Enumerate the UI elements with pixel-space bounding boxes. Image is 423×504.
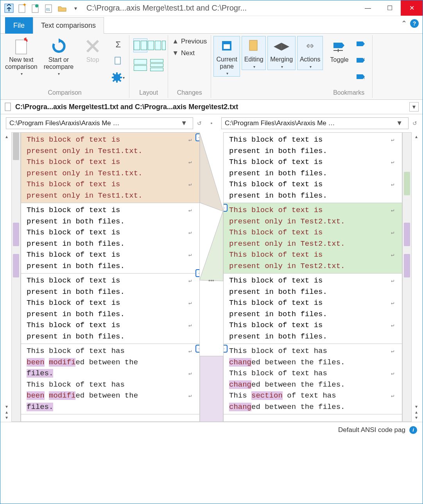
bookmark-down-icon[interactable]: ↓ — [354, 70, 368, 84]
merge-left-icon[interactable]: ← — [223, 345, 228, 353]
wrap-icon: ↵ — [391, 134, 398, 144]
layout-vertical-icon[interactable] — [133, 38, 147, 52]
right-file-path[interactable]: C:\Program Files\Araxis\Araxis Me …▼ — [221, 117, 409, 129]
group-changes: ▲Previous ▼Next Changes — [168, 35, 211, 98]
center-link-strip: ••• — [200, 132, 223, 422]
svg-text:↓: ↓ — [363, 76, 365, 80]
diff-line: This block of text is — [27, 320, 186, 331]
app-icon[interactable] — [4, 3, 14, 14]
stop-button: Stop — [77, 36, 108, 65]
toggle-bookmark-button[interactable]: Toggle — [328, 36, 351, 65]
diff-line: present in both files. — [229, 331, 398, 342]
doc-dropdown-icon[interactable]: ▼ — [409, 102, 419, 112]
diff-line: present in both files. — [27, 261, 195, 272]
bookmark-next-icon[interactable] — [354, 37, 368, 51]
document-header: C:\Progra...axis Merge\test1.txt and C:\… — [0, 100, 423, 114]
svg-rect-22 — [5, 103, 11, 111]
diff-line: This block of text is — [27, 249, 186, 261]
diff-block[interactable]: This block of text is↵present in both fi… — [21, 274, 199, 344]
scroll-up-icon[interactable]: ▴ — [415, 134, 418, 139]
collapse-ribbon-icon[interactable]: ⌃ — [401, 19, 407, 28]
diff-line: present in both files. — [229, 286, 398, 298]
open-folder-icon[interactable] — [57, 3, 68, 14]
right-overview-gutter[interactable] — [402, 132, 412, 422]
new-doc-icon[interactable]: ✦ — [17, 3, 28, 14]
history-left-icon[interactable]: ↺ — [197, 120, 202, 126]
diff-line: This block of text is — [27, 227, 186, 238]
new-text-comparison-button[interactable]: New text comparison▾ — [3, 36, 40, 77]
diff-block[interactable]: This block of text is↵present in both fi… — [224, 274, 402, 344]
layout-horizontal3-icon[interactable] — [150, 58, 164, 72]
wrap-icon: ↵ — [391, 346, 398, 355]
path-separator: • — [206, 120, 217, 126]
scroll-down-icon[interactable]: ▾ — [5, 404, 8, 409]
scroll-up-icon[interactable]: ▴ — [5, 134, 8, 139]
jump-bottom-icon[interactable]: ▾ — [415, 415, 418, 420]
merging-button[interactable]: ◀▶ Merging▾ — [267, 36, 296, 70]
diff-block[interactable]: This block of text is↵present in both fi… — [21, 203, 199, 274]
history-right-icon[interactable]: ↺ — [412, 120, 417, 126]
diff-line: present only in Test2.txt. — [229, 216, 398, 227]
sigma-icon[interactable]: Σ — [111, 38, 125, 52]
svg-point-4 — [35, 4, 38, 7]
actions-button[interactable]: ⇔ Actions▾ — [297, 36, 323, 70]
jump-bottom-icon[interactable]: ▾ — [5, 415, 8, 420]
diff-line: present in both files. — [229, 168, 398, 179]
wrap-icon: ↵ — [188, 297, 195, 307]
wrap-icon: ↵ — [188, 368, 195, 378]
status-bar: Default ANSI code pag i — [0, 422, 423, 437]
group-label-layout: Layout — [139, 89, 158, 97]
recompare-button[interactable]: Start or recompare▾ — [41, 36, 76, 77]
wrap-icon: ↵ — [391, 157, 398, 166]
left-pane[interactable]: This block of text is↵present only in Te… — [21, 132, 200, 422]
wrap-icon: ↵ — [391, 320, 398, 329]
left-overview-gutter[interactable] — [11, 132, 21, 422]
tab-file[interactable]: File — [5, 17, 33, 34]
group-label-comparison: Comparison — [48, 89, 81, 97]
jump-top-icon[interactable]: ▴ — [5, 409, 8, 415]
qat-dropdown-icon[interactable]: ▾ — [70, 3, 81, 14]
wrap-icon: ↵ — [391, 390, 398, 400]
diff-line: present only in Test2.txt. — [229, 238, 398, 250]
wrap-icon: ↵ — [391, 227, 398, 237]
scroll-down-icon[interactable]: ▾ — [415, 404, 418, 409]
wrap-icon: ↵ — [391, 297, 398, 307]
maximize-button[interactable]: ☐ — [379, 0, 401, 16]
help-icon[interactable]: ? — [410, 19, 419, 28]
wrap-icon: ↵ — [188, 346, 195, 355]
minimize-button[interactable]: — — [357, 0, 379, 16]
diff-line: present in both files. — [27, 238, 195, 250]
gear-icon[interactable]: ▾ — [111, 70, 125, 85]
previous-change-button[interactable]: ▲Previous — [172, 38, 207, 45]
left-nav-column: ▴ ▾ ▴ ▾ — [2, 132, 11, 422]
layout-vertical3-icon[interactable] — [150, 38, 164, 52]
wrap-icon: ↵ — [188, 390, 195, 400]
left-file-path[interactable]: C:\Program Files\Araxis\Araxis Me …▼ — [6, 117, 193, 129]
diff-line: files. — [27, 401, 195, 413]
jump-top-icon[interactable]: ▴ — [415, 409, 418, 415]
new-compare-icon[interactable] — [30, 3, 41, 14]
doc-icon — [4, 102, 12, 112]
info-icon[interactable]: i — [409, 426, 417, 434]
tab-text-comparisons[interactable]: Text comparisons — [33, 17, 104, 34]
ribbon-tabs: File Text comparisons ⌃ ? — [0, 16, 423, 33]
current-pane-button[interactable]: Current pane▾ — [213, 36, 240, 77]
diff-block[interactable]: This block of text is↵present in both fi… — [224, 133, 402, 203]
diff-block[interactable]: This block of text has↵been modified bet… — [21, 344, 199, 414]
merge-right-icon[interactable]: → — [195, 345, 200, 353]
diff-line: This block of text is — [27, 297, 186, 309]
close-button[interactable]: ✕ — [401, 0, 423, 16]
next-change-button[interactable]: ▼Next — [172, 49, 207, 57]
new-binary-icon[interactable]: 01 — [43, 3, 54, 14]
diff-block[interactable]: This block of text is↵present only in Te… — [224, 203, 402, 274]
diff-block[interactable]: This block of text is↵present only in Te… — [21, 133, 199, 203]
merge-right-icon[interactable]: → — [195, 133, 200, 141]
layout-horizontal-icon[interactable] — [133, 58, 147, 72]
bookmark-up-icon[interactable]: ↑ — [354, 53, 368, 67]
diff-line: present in both files. — [27, 309, 195, 320]
diff-block[interactable]: This block of text has↵changed between t… — [224, 344, 402, 414]
editing-button[interactable]: Editing▾ — [242, 36, 266, 70]
options-doc-icon[interactable] — [111, 54, 125, 68]
right-pane[interactable]: This block of text is↵present in both fi… — [223, 132, 402, 422]
merge-left-icon[interactable]: ← — [223, 204, 228, 212]
